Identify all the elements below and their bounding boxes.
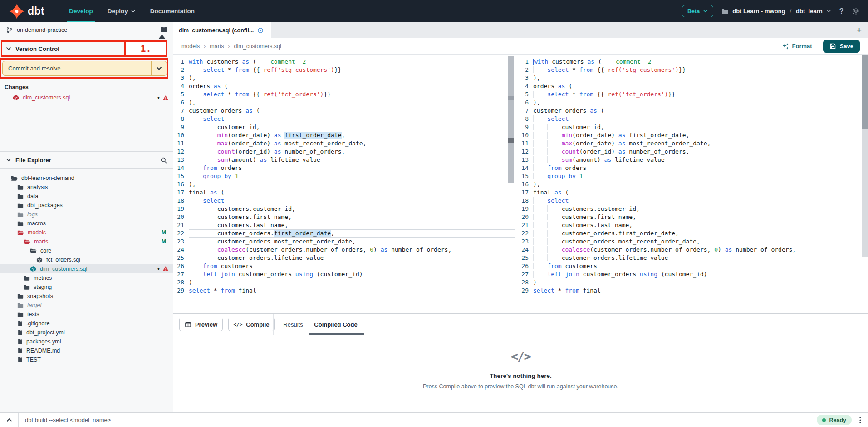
- model-cube-icon: [13, 94, 19, 101]
- nav-documentation[interactable]: Documentation: [143, 0, 202, 22]
- account-breadcrumb[interactable]: dbt Learn - mwong / dbt_learn: [721, 8, 831, 15]
- save-button[interactable]: Save: [823, 40, 860, 53]
- compile-button[interactable]: </> Compile: [228, 318, 275, 331]
- tree-item-.gitignore[interactable]: .gitignore: [0, 319, 173, 328]
- code-editor-left-pane[interactable]: 1with customers as ( -- comment 22 selec…: [173, 55, 515, 313]
- breadcrumb-item[interactable]: models: [181, 43, 200, 50]
- line-number: 15: [173, 172, 189, 180]
- scrollbar-thumb[interactable]: [508, 56, 514, 183]
- scrollbar-thumb[interactable]: [862, 55, 868, 129]
- tab-compiled-code[interactable]: Compiled Code: [308, 314, 364, 335]
- tree-item-packages.yml[interactable]: packages.yml: [0, 337, 173, 346]
- tree-item-dim_customers.sql[interactable]: dim_customers.sql•: [0, 264, 173, 273]
- git-branch-selector[interactable]: on-demand-practice: [0, 22, 173, 38]
- breadcrumb-item[interactable]: dim_customers.sql: [234, 43, 281, 50]
- kebab-menu-icon[interactable]: [859, 417, 861, 424]
- code-text: orders as (: [533, 82, 868, 90]
- code-editor-right-pane[interactable]: 1with customers as ( -- comment 22 selec…: [518, 55, 868, 313]
- line-number: 22: [173, 229, 189, 238]
- code-text: select: [189, 115, 515, 123]
- changed-file-row[interactable]: dim_customers.sql •: [0, 93, 173, 103]
- code-text: select: [189, 197, 515, 205]
- tree-item-README.md[interactable]: README.md: [0, 346, 173, 355]
- code-text: ),: [189, 74, 515, 82]
- code-text: customers.customer_id,: [189, 205, 515, 213]
- tree-item-dbt_project.yml[interactable]: dbt_project.yml: [0, 328, 173, 337]
- tree-item-target[interactable]: target: [0, 301, 173, 310]
- nav-develop[interactable]: Develop: [62, 0, 100, 22]
- line-number: 27: [173, 270, 189, 278]
- folder-icon: [17, 203, 24, 209]
- file-explorer-section-header[interactable]: File Explorer: [0, 151, 173, 169]
- code-line: 26 from customers: [173, 262, 515, 270]
- preview-button[interactable]: Preview: [179, 318, 223, 331]
- code-text: ),: [533, 180, 868, 189]
- line-number: 13: [173, 156, 189, 164]
- left-pane-scrollbar[interactable]: [508, 56, 514, 310]
- folder-open-icon: [17, 230, 24, 236]
- tree-item-metrics[interactable]: metrics: [0, 273, 173, 283]
- version-control-section-header[interactable]: Version Control: [0, 40, 168, 57]
- tree-item-analysis[interactable]: analysis: [0, 183, 173, 192]
- line-number: 23: [518, 238, 533, 246]
- code-line: 3),: [173, 74, 515, 82]
- tab-results[interactable]: Results: [279, 314, 308, 335]
- commit-dropdown-caret[interactable]: [151, 61, 167, 75]
- folder-icon: [17, 212, 24, 218]
- help-icon[interactable]: ?: [839, 7, 844, 16]
- folder-open-icon: [30, 248, 37, 254]
- dbt-logo-text: dbt: [28, 5, 44, 17]
- nav-deploy[interactable]: Deploy: [100, 0, 143, 22]
- tree-item-macros[interactable]: macros: [0, 219, 173, 228]
- tree-item-tests[interactable]: tests: [0, 310, 173, 319]
- gear-icon[interactable]: [852, 7, 860, 15]
- search-icon[interactable]: [160, 157, 167, 165]
- docs-book-icon[interactable]: [160, 26, 168, 35]
- tree-item-data[interactable]: data: [0, 192, 173, 201]
- beta-dropdown[interactable]: Beta: [682, 5, 713, 17]
- format-label: Format: [792, 43, 812, 50]
- save-floppy-icon: [829, 43, 836, 50]
- tree-item-marts[interactable]: martsM: [0, 237, 173, 246]
- code-text: sum(amount) as lifetime_value: [189, 156, 515, 164]
- code-text: orders as (: [189, 82, 515, 90]
- code-text: max(order_date) as most_recent_order_dat…: [533, 139, 868, 148]
- line-number: 18: [173, 197, 189, 205]
- tree-item-logs[interactable]: logs: [0, 210, 173, 219]
- format-button[interactable]: Format: [782, 43, 812, 50]
- code-line: 21 customers.last_name,: [173, 221, 515, 229]
- right-pane-scrollbar[interactable]: [862, 55, 868, 257]
- breadcrumb-item[interactable]: marts: [210, 43, 224, 50]
- editor-tabbar: dim_customers.sql (confli... +: [173, 22, 868, 38]
- code-line: 16),: [173, 180, 515, 189]
- dbt-logo[interactable]: dbt: [0, 4, 44, 19]
- scrollbar-marker: [508, 96, 514, 100]
- tree-item-snapshots[interactable]: snapshots: [0, 292, 173, 301]
- account-separator: /: [790, 8, 791, 15]
- tree-item-dbt-learn-on-demand[interactable]: dbt-learn-on-demand: [0, 174, 173, 183]
- folder-icon: [17, 312, 24, 318]
- editor-tab-title: dim_customers.sql (confli...: [179, 27, 254, 34]
- chevron-up-icon[interactable]: [6, 418, 12, 422]
- line-number: 6: [518, 99, 533, 107]
- tree-item-fct_orders.sql[interactable]: fct_orders.sql: [0, 255, 173, 264]
- tree-item-label: data: [27, 193, 38, 199]
- code-line: 12 count(order_id) as number_of_orders,: [518, 148, 868, 156]
- file-icon: [17, 357, 23, 363]
- code-text: customer_orders as (: [189, 107, 515, 115]
- tree-item-dbt_packages[interactable]: dbt_packages: [0, 201, 173, 210]
- code-text: ),: [533, 99, 868, 107]
- file-icon: [17, 348, 23, 354]
- new-tab-plus-icon[interactable]: +: [857, 25, 862, 36]
- tree-item-core[interactable]: core: [0, 246, 173, 255]
- tree-item-staging[interactable]: staging: [0, 283, 173, 292]
- editor-tab-dim-customers[interactable]: dim_customers.sql (confli...: [173, 22, 271, 38]
- tree-item-TEST[interactable]: TEST: [0, 355, 173, 364]
- command-input[interactable]: dbt build --select <model_name>: [25, 417, 111, 423]
- code-text: ): [533, 278, 868, 287]
- tree-item-label: analysis: [27, 184, 48, 190]
- code-line: 5 select * from {{ ref('fct_orders')}}: [173, 90, 515, 99]
- commit-and-resolve-button[interactable]: Commit and resolve: [2, 61, 167, 76]
- tree-item-models[interactable]: modelsM: [0, 228, 173, 237]
- code-text: from customers: [533, 262, 868, 270]
